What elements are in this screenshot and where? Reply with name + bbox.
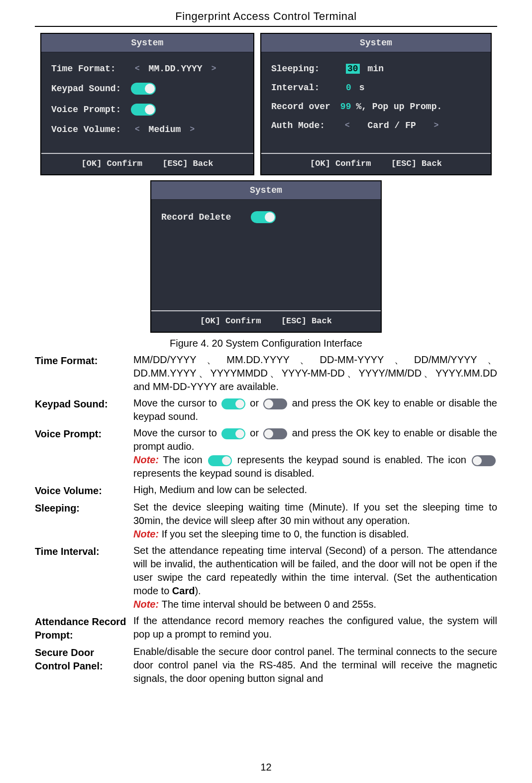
chevron-right-icon[interactable]: > [186,125,199,134]
toggle-on-icon [221,398,245,409]
keypad-sound-toggle[interactable] [131,83,156,95]
confirm-hint: [OK] Confirm [200,316,261,326]
record-over-value[interactable]: 99 [340,102,351,112]
interval-unit: s [359,83,365,93]
def-label: Sleeping: [35,501,133,515]
record-over-tail: %, Pop up Promp. [356,102,442,112]
voice-volume-label: Voice Volume: [51,125,126,134]
confirm-hint: [OK] Confirm [310,159,371,168]
time-format-row[interactable]: Time Format: < MM.DD.YYYY > [51,59,243,78]
interval-value[interactable]: 0 [346,83,351,93]
chevron-left-icon[interactable]: < [131,64,144,73]
def-voice-prompt: Voice Prompt: Move the cursor to or and … [35,426,497,480]
def-sleeping: Sleeping: Set the device sleeping waitin… [35,501,497,541]
auth-mode-row[interactable]: Auth Mode: < Card / FP > [271,116,481,135]
def-keypad-sound: Keypad Sound: Move the cursor to or and … [35,396,497,423]
def-attendance-record-prompt: Attendance Record Prompt: If the attenda… [35,614,497,642]
chevron-right-icon[interactable]: > [208,64,220,73]
note-label: Note: [133,528,162,539]
sleeping-unit: min [368,64,384,74]
def-label: Keypad Sound: [35,396,133,411]
def-label: Voice Prompt: [35,426,133,441]
confirm-hint: [OK] Confirm [82,159,142,168]
sleeping-label: Sleeping: [271,64,341,74]
note-label: Note: [133,454,163,465]
time-format-value: MM.DD.YYYY [149,64,203,74]
def-body: MM/DD/YYYY、MM.DD.YYYY、DD-MM-YYYY、DD/MM/Y… [133,353,497,393]
screen-title: System [151,181,381,200]
screen-footer: [OK] Confirm [ESC] Back [261,153,491,174]
record-delete-row[interactable]: Record Delete [161,207,371,228]
def-body: Set the device sleeping waiting time (Mi… [133,501,497,541]
def-body: Set the attendance repeating time interv… [133,544,497,611]
screen-title: System [41,34,253,52]
def-label: Time Interval: [35,544,133,558]
screenshot-row-top: System Time Format: < MM.DD.YYYY > Keypa… [35,33,497,175]
screen-title: System [261,34,491,52]
back-hint: [ESC] Back [162,159,213,168]
def-label: Secure Door Control Panel: [35,645,133,673]
keypad-sound-label: Keypad Sound: [51,84,126,94]
toggle-off-icon [263,398,287,409]
voice-volume-value: Medium [149,125,181,134]
sleeping-row[interactable]: Sleeping: 30 min [271,59,481,78]
back-hint: [ESC] Back [281,316,332,326]
toggle-off-icon [263,428,287,439]
chevron-left-icon[interactable]: < [131,125,144,134]
def-secure-door-control-panel: Secure Door Control Panel: Enable/disabl… [35,645,497,685]
voice-prompt-label: Voice Prompt: [51,105,126,115]
toggle-on-icon [221,428,245,439]
keypad-sound-row[interactable]: Keypad Sound: [51,78,243,99]
def-body: Enable/disable the secure door control p… [133,645,497,685]
figure-caption: Figure 4. 20 System Configuration Interf… [35,338,497,349]
def-time-interval: Time Interval: Set the attendance repeat… [35,544,497,611]
voice-volume-row[interactable]: Voice Volume: < Medium > [51,120,243,139]
interval-row[interactable]: Interval: 0 s [271,78,481,97]
def-body: Move the cursor to or and press the OK k… [133,396,497,423]
def-body: If the attendance record memory reaches … [133,614,497,641]
def-body: Move the cursor to or and press the OK k… [133,426,497,480]
def-voice-volume: Voice Volume: High, Medium and low can b… [35,483,497,498]
definitions-table: Time Format: MM/DD/YYYY、MM.DD.YYYY、DD-MM… [35,353,497,685]
auth-mode-value: Card / FP [359,121,425,130]
screenshot-row-bottom: System Record Delete [OK] Confirm [ESC] … [35,180,497,333]
screen-footer: [OK] Confirm [ESC] Back [151,310,381,332]
toggle-on-icon [208,455,232,466]
sleeping-value[interactable]: 30 [346,64,360,74]
chevron-right-icon[interactable]: > [430,121,443,130]
time-format-label: Time Format: [51,64,126,74]
interval-label: Interval: [271,83,341,93]
system-screen-right: System Sleeping: 30 min Interval: 0 s Re… [260,33,492,175]
def-time-format: Time Format: MM/DD/YYYY、MM.DD.YYYY、DD-MM… [35,353,497,393]
voice-prompt-row[interactable]: Voice Prompt: [51,99,243,120]
back-hint: [ESC] Back [391,159,442,168]
page-number: 12 [0,762,532,773]
auth-mode-label: Auth Mode: [271,121,336,130]
def-label: Time Format: [35,353,133,368]
record-delete-label: Record Delete [161,212,246,222]
system-screen-left: System Time Format: < MM.DD.YYYY > Keypa… [40,33,254,175]
record-over-label: Record over [271,102,330,112]
def-label: Voice Volume: [35,483,133,498]
voice-prompt-toggle[interactable] [131,104,156,116]
toggle-off-icon [472,455,496,466]
chevron-left-icon[interactable]: < [341,121,354,130]
system-screen-bottom: System Record Delete [OK] Confirm [ESC] … [150,180,382,333]
def-body: High, Medium and low can be selected. [133,483,497,497]
document-title: Fingerprint Access Control Terminal [35,10,497,27]
record-delete-toggle[interactable] [251,211,276,223]
record-over-row[interactable]: Record over 99 %, Pop up Promp. [271,97,481,116]
note-label: Note: [133,599,162,610]
def-label: Attendance Record Prompt: [35,614,133,642]
screen-footer: [OK] Confirm [ESC] Back [41,153,253,174]
